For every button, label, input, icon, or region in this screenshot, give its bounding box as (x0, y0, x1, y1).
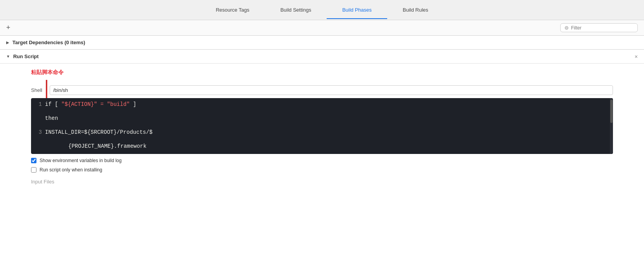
code-string-action: "${ACTION}" (61, 101, 97, 107)
checkbox-show-env-row: Show environment variables in build log (31, 158, 613, 163)
xcode-window: Resource Tags Build Settings Build Phase… (0, 0, 644, 273)
run-script-checkbox[interactable] (31, 167, 36, 173)
code-text-bracket: ] (130, 101, 136, 107)
tab-build-settings[interactable]: Build Settings (265, 2, 327, 19)
annotation-label: 粘貼脚本命令 (31, 69, 64, 76)
scrollbar-track[interactable] (610, 98, 613, 154)
close-button[interactable]: × (635, 54, 638, 60)
run-script-label: Run script only when installing (40, 167, 102, 173)
line-content-3: INSTALL_DIR=${SRCROOT}/Products/$ (45, 126, 613, 138)
run-script-section: ▼ Run Script × 粘貼脚本命令 S (0, 50, 644, 192)
tab-build-rules[interactable]: Build Rules (387, 2, 444, 19)
code-project-name: {PROJECT_NAME}.framework (68, 143, 147, 149)
code-editor[interactable]: 1 if [ "${ACTION}" = "build" ] then (31, 98, 613, 154)
collapse-triangle-icon: ▶ (6, 40, 9, 45)
code-line-2: then (31, 112, 613, 126)
code-line-1: 1 if [ "${ACTION}" = "build" ] (31, 98, 613, 112)
run-script-title: Run Script (13, 54, 39, 59)
run-script-content: 粘貼脚本命令 Shell (0, 64, 644, 192)
line-number-2 (31, 112, 45, 115)
shell-row: Shell (31, 85, 613, 95)
content-area: ▶ Target Dependencies (0 items) ▼ Run Sc… (0, 36, 644, 273)
checkbox-run-script-row: Run script only when installing (31, 167, 613, 173)
code-equals: = (97, 101, 107, 107)
line-content-2: then (45, 112, 613, 124)
filter-icon: ⊜ (564, 25, 569, 31)
line-number-1: 1 (31, 98, 45, 107)
shell-input[interactable] (50, 85, 613, 95)
code-install-dir: INSTALL_DIR=${SRCROOT}/Products/$ (45, 129, 152, 135)
line-content-4: {PROJECT_NAME}.framework (45, 140, 613, 152)
code-text: if [ (45, 101, 61, 107)
run-script-header[interactable]: ▼ Run Script (0, 50, 644, 64)
input-files-label: Input Files (31, 179, 613, 185)
line-number-3: 3 (31, 126, 45, 135)
target-dependencies-section: ▶ Target Dependencies (0 items) (0, 36, 644, 50)
line-number-4 (31, 140, 45, 143)
toolbar: + ⊜ (0, 20, 644, 36)
scrollbar-thumb[interactable] (610, 100, 613, 123)
code-string-build: "build" (107, 101, 130, 107)
shell-label: Shell (31, 87, 47, 93)
show-env-label: Show environment variables in build log (40, 158, 121, 163)
tab-build-phases[interactable]: Build Phases (327, 2, 387, 19)
code-then: then (45, 115, 58, 121)
filter-box: ⊜ (560, 23, 638, 32)
code-line-4: {PROJECT_NAME}.framework (31, 140, 613, 154)
expand-triangle-icon: ▼ (6, 54, 10, 59)
tab-resource-tags[interactable]: Resource Tags (200, 2, 265, 19)
tab-bar: Resource Tags Build Settings Build Phase… (0, 0, 644, 20)
target-dependencies-title: Target Dependencies (0 items) (12, 40, 85, 45)
filter-input[interactable] (571, 25, 625, 31)
target-dependencies-header[interactable]: ▶ Target Dependencies (0 items) (0, 36, 644, 49)
show-env-checkbox[interactable] (31, 158, 36, 163)
line-content-1: if [ "${ACTION}" = "build" ] (45, 98, 613, 111)
add-button[interactable]: + (6, 24, 10, 32)
code-line-3: 3 INSTALL_DIR=${SRCROOT}/Products/$ (31, 126, 613, 140)
